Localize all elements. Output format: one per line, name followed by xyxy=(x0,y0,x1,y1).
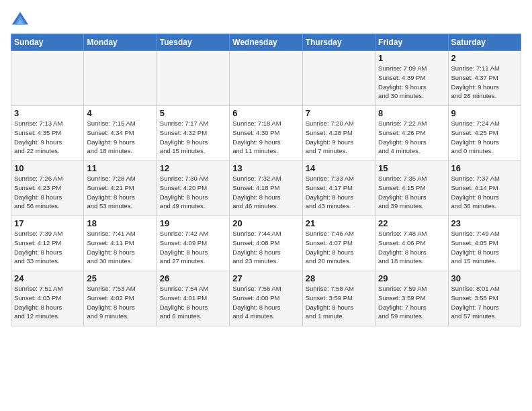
day-header-thursday: Thursday xyxy=(302,34,375,51)
calendar-cell: 17Sunrise: 7:39 AM Sunset: 4:12 PM Dayli… xyxy=(11,216,84,271)
day-number: 1 xyxy=(378,53,445,63)
day-number: 27 xyxy=(232,273,299,283)
calendar-cell: 10Sunrise: 7:26 AM Sunset: 4:23 PM Dayli… xyxy=(11,161,84,216)
day-info: Sunrise: 7:41 AM Sunset: 4:11 PM Dayligh… xyxy=(87,229,153,266)
calendar-cell: 4Sunrise: 7:15 AM Sunset: 4:34 PM Daylig… xyxy=(84,106,157,161)
day-header-saturday: Saturday xyxy=(448,34,521,51)
calendar-cell xyxy=(11,51,84,106)
calendar-cell: 1Sunrise: 7:09 AM Sunset: 4:39 PM Daylig… xyxy=(375,51,448,106)
day-number: 4 xyxy=(87,108,153,118)
day-number: 8 xyxy=(378,108,445,118)
day-number: 30 xyxy=(451,273,518,283)
day-info: Sunrise: 7:17 AM Sunset: 4:32 PM Dayligh… xyxy=(160,119,226,156)
calendar-header-row: SundayMondayTuesdayWednesdayThursdayFrid… xyxy=(11,34,521,51)
day-info: Sunrise: 7:26 AM Sunset: 4:23 PM Dayligh… xyxy=(14,174,81,211)
day-info: Sunrise: 7:46 AM Sunset: 4:07 PM Dayligh… xyxy=(306,229,372,266)
day-info: Sunrise: 7:48 AM Sunset: 4:06 PM Dayligh… xyxy=(378,229,445,266)
day-number: 5 xyxy=(160,108,226,118)
day-number: 24 xyxy=(14,273,81,283)
day-number: 26 xyxy=(160,273,226,283)
day-info: Sunrise: 8:01 AM Sunset: 3:58 PM Dayligh… xyxy=(451,284,518,321)
day-info: Sunrise: 7:56 AM Sunset: 4:00 PM Dayligh… xyxy=(232,284,299,321)
day-info: Sunrise: 7:58 AM Sunset: 3:59 PM Dayligh… xyxy=(306,284,372,321)
logo xyxy=(11,11,31,30)
day-header-sunday: Sunday xyxy=(11,34,84,51)
day-number: 29 xyxy=(378,273,445,283)
day-info: Sunrise: 7:18 AM Sunset: 4:30 PM Dayligh… xyxy=(232,119,299,156)
main-container: SundayMondayTuesdayWednesdayThursdayFrid… xyxy=(0,0,532,332)
calendar-cell: 27Sunrise: 7:56 AM Sunset: 4:00 PM Dayli… xyxy=(230,271,302,326)
calendar-cell: 21Sunrise: 7:46 AM Sunset: 4:07 PM Dayli… xyxy=(302,216,375,271)
day-info: Sunrise: 7:39 AM Sunset: 4:12 PM Dayligh… xyxy=(14,229,81,266)
calendar-cell: 25Sunrise: 7:53 AM Sunset: 4:02 PM Dayli… xyxy=(84,271,157,326)
day-number: 28 xyxy=(306,273,372,283)
calendar-cell: 15Sunrise: 7:35 AM Sunset: 4:15 PM Dayli… xyxy=(375,161,448,216)
header xyxy=(11,8,521,30)
logo-icon xyxy=(11,11,30,30)
calendar-cell: 14Sunrise: 7:33 AM Sunset: 4:17 PM Dayli… xyxy=(302,161,375,216)
day-number: 7 xyxy=(306,108,372,118)
calendar-cell: 13Sunrise: 7:32 AM Sunset: 4:18 PM Dayli… xyxy=(230,161,302,216)
day-header-monday: Monday xyxy=(84,34,157,51)
calendar-week-row: 10Sunrise: 7:26 AM Sunset: 4:23 PM Dayli… xyxy=(11,161,521,216)
day-info: Sunrise: 7:13 AM Sunset: 4:35 PM Dayligh… xyxy=(14,119,81,156)
calendar-week-row: 1Sunrise: 7:09 AM Sunset: 4:39 PM Daylig… xyxy=(11,51,521,106)
day-number: 16 xyxy=(451,163,518,173)
calendar-cell: 8Sunrise: 7:22 AM Sunset: 4:26 PM Daylig… xyxy=(375,106,448,161)
day-number: 10 xyxy=(14,163,81,173)
calendar-cell: 30Sunrise: 8:01 AM Sunset: 3:58 PM Dayli… xyxy=(448,271,521,326)
day-info: Sunrise: 7:42 AM Sunset: 4:09 PM Dayligh… xyxy=(160,229,226,266)
day-info: Sunrise: 7:24 AM Sunset: 4:25 PM Dayligh… xyxy=(451,119,518,156)
calendar-body: 1Sunrise: 7:09 AM Sunset: 4:39 PM Daylig… xyxy=(11,51,521,326)
day-number: 2 xyxy=(451,53,518,63)
calendar-week-row: 17Sunrise: 7:39 AM Sunset: 4:12 PM Dayli… xyxy=(11,216,521,271)
day-info: Sunrise: 7:33 AM Sunset: 4:17 PM Dayligh… xyxy=(306,174,372,211)
day-info: Sunrise: 7:37 AM Sunset: 4:14 PM Dayligh… xyxy=(451,174,518,211)
day-number: 13 xyxy=(232,163,299,173)
day-info: Sunrise: 7:28 AM Sunset: 4:21 PM Dayligh… xyxy=(87,174,153,211)
calendar-week-row: 24Sunrise: 7:51 AM Sunset: 4:03 PM Dayli… xyxy=(11,271,521,326)
calendar-cell: 6Sunrise: 7:18 AM Sunset: 4:30 PM Daylig… xyxy=(230,106,302,161)
day-info: Sunrise: 7:22 AM Sunset: 4:26 PM Dayligh… xyxy=(378,119,445,156)
day-info: Sunrise: 7:44 AM Sunset: 4:08 PM Dayligh… xyxy=(232,229,299,266)
calendar-table: SundayMondayTuesdayWednesdayThursdayFrid… xyxy=(11,34,521,326)
calendar-cell: 12Sunrise: 7:30 AM Sunset: 4:20 PM Dayli… xyxy=(157,161,229,216)
day-number: 21 xyxy=(306,218,372,228)
day-number: 20 xyxy=(232,218,299,228)
calendar-cell: 29Sunrise: 7:59 AM Sunset: 3:59 PM Dayli… xyxy=(375,271,448,326)
day-info: Sunrise: 7:59 AM Sunset: 3:59 PM Dayligh… xyxy=(378,284,445,321)
calendar-cell: 28Sunrise: 7:58 AM Sunset: 3:59 PM Dayli… xyxy=(302,271,375,326)
calendar-cell: 20Sunrise: 7:44 AM Sunset: 4:08 PM Dayli… xyxy=(230,216,302,271)
day-info: Sunrise: 7:35 AM Sunset: 4:15 PM Dayligh… xyxy=(378,174,445,211)
day-number: 6 xyxy=(232,108,299,118)
day-number: 14 xyxy=(306,163,372,173)
calendar-cell: 18Sunrise: 7:41 AM Sunset: 4:11 PM Dayli… xyxy=(84,216,157,271)
day-info: Sunrise: 7:20 AM Sunset: 4:28 PM Dayligh… xyxy=(306,119,372,156)
calendar-cell: 26Sunrise: 7:54 AM Sunset: 4:01 PM Dayli… xyxy=(157,271,229,326)
day-info: Sunrise: 7:51 AM Sunset: 4:03 PM Dayligh… xyxy=(14,284,81,321)
calendar-cell: 2Sunrise: 7:11 AM Sunset: 4:37 PM Daylig… xyxy=(448,51,521,106)
day-number: 18 xyxy=(87,218,153,228)
calendar-week-row: 3Sunrise: 7:13 AM Sunset: 4:35 PM Daylig… xyxy=(11,106,521,161)
day-info: Sunrise: 7:11 AM Sunset: 4:37 PM Dayligh… xyxy=(451,64,518,101)
calendar-cell: 24Sunrise: 7:51 AM Sunset: 4:03 PM Dayli… xyxy=(11,271,84,326)
calendar-cell xyxy=(84,51,157,106)
calendar-cell xyxy=(157,51,229,106)
day-info: Sunrise: 7:53 AM Sunset: 4:02 PM Dayligh… xyxy=(87,284,153,321)
calendar-cell: 5Sunrise: 7:17 AM Sunset: 4:32 PM Daylig… xyxy=(157,106,229,161)
calendar-cell: 11Sunrise: 7:28 AM Sunset: 4:21 PM Dayli… xyxy=(84,161,157,216)
day-number: 11 xyxy=(87,163,153,173)
day-header-friday: Friday xyxy=(375,34,448,51)
calendar-cell: 7Sunrise: 7:20 AM Sunset: 4:28 PM Daylig… xyxy=(302,106,375,161)
calendar-cell xyxy=(230,51,302,106)
calendar-cell: 16Sunrise: 7:37 AM Sunset: 4:14 PM Dayli… xyxy=(448,161,521,216)
day-info: Sunrise: 7:30 AM Sunset: 4:20 PM Dayligh… xyxy=(160,174,226,211)
day-header-wednesday: Wednesday xyxy=(230,34,302,51)
day-number: 3 xyxy=(14,108,81,118)
day-info: Sunrise: 7:09 AM Sunset: 4:39 PM Dayligh… xyxy=(378,64,445,101)
calendar-cell: 9Sunrise: 7:24 AM Sunset: 4:25 PM Daylig… xyxy=(448,106,521,161)
calendar-cell: 3Sunrise: 7:13 AM Sunset: 4:35 PM Daylig… xyxy=(11,106,84,161)
day-number: 15 xyxy=(378,163,445,173)
day-number: 12 xyxy=(160,163,226,173)
day-number: 19 xyxy=(160,218,226,228)
